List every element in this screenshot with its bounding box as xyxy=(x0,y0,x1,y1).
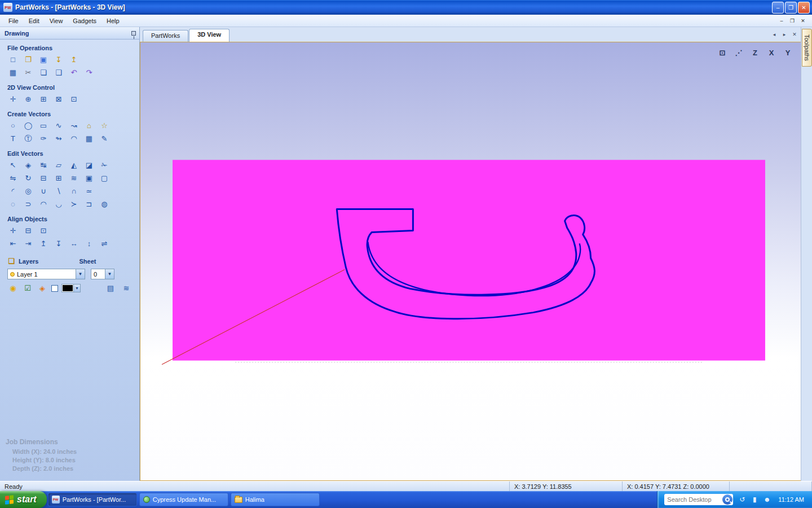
intersect-icon[interactable]: ∩ xyxy=(68,186,80,196)
menu-edit[interactable]: Edit xyxy=(24,16,45,26)
tray-refresh-icon[interactable]: ↺ xyxy=(738,495,747,504)
fit-lines-icon[interactable]: ≻ xyxy=(68,199,80,209)
menu-help[interactable]: Help xyxy=(102,16,125,26)
align-top-icon[interactable]: ↥ xyxy=(38,238,49,249)
flatten-icon[interactable]: ≃ xyxy=(83,186,95,196)
align-center-x-icon[interactable]: ⊟ xyxy=(23,225,34,236)
block-copy-icon[interactable]: ⊞ xyxy=(53,173,64,183)
layer-blank-swatch[interactable] xyxy=(51,285,58,292)
layer-color-dropdown-icon[interactable]: ▼ xyxy=(73,284,80,292)
merge-layers-icon[interactable]: ≋ xyxy=(121,283,132,294)
draw-rectangle-icon[interactable]: ▭ xyxy=(38,120,49,131)
tab-scroll-right-icon[interactable]: ▸ xyxy=(780,30,788,38)
zoom-interactive-icon[interactable]: ⊕ xyxy=(23,94,34,104)
view-along-y-icon[interactable]: Y xyxy=(782,47,794,58)
tray-device-icon[interactable]: ▮ xyxy=(750,495,759,504)
tab-3d-view[interactable]: 3D View xyxy=(189,29,230,42)
block-array-icon[interactable]: ▦ xyxy=(83,133,95,144)
cut-icon[interactable]: ✂ xyxy=(23,67,34,78)
fit-arcs-icon[interactable]: ◠ xyxy=(38,199,49,209)
curve-smooth-icon[interactable]: ⊐ xyxy=(83,199,95,209)
text-select-icon[interactable]: ✑ xyxy=(38,133,49,144)
draw-star-icon[interactable]: ☆ xyxy=(99,120,110,131)
mdi-restore-icon[interactable]: ❐ xyxy=(788,17,797,25)
draw-text-icon[interactable]: T xyxy=(7,133,19,144)
new-file-icon[interactable]: □ xyxy=(7,54,19,65)
drawing-panel-header[interactable]: Drawing xyxy=(0,27,139,40)
taskbar-item-cypress[interactable]: Cypress Update Man... xyxy=(139,493,228,506)
align-objects-icon[interactable]: ⊟ xyxy=(38,173,49,183)
layer-color-dropdown[interactable]: ▼ xyxy=(61,284,81,292)
fillet-icon[interactable]: ◜ xyxy=(7,186,19,196)
redo-icon[interactable]: ↷ xyxy=(83,67,95,78)
align-bottom-icon[interactable]: ↧ xyxy=(53,238,64,249)
scale-icon[interactable]: ◭ xyxy=(68,160,80,170)
menu-view[interactable]: View xyxy=(45,16,68,26)
mdi-close-icon[interactable]: ✕ xyxy=(798,17,807,25)
text-on-curve-icon[interactable]: ↬ xyxy=(53,133,64,144)
layer-lock-icon[interactable]: ◈ xyxy=(37,283,48,294)
node-edit-icon[interactable]: ◈ xyxy=(23,160,34,170)
close-vector-icon[interactable]: ◌ xyxy=(7,199,19,209)
job-setup-icon[interactable]: ▦ xyxy=(7,67,19,78)
mdi-minimize-icon[interactable]: – xyxy=(777,17,786,25)
align-center-v-icon[interactable]: ↕ xyxy=(83,238,95,249)
draw-polyline-icon[interactable]: ∿ xyxy=(53,120,64,131)
vector-validator-icon[interactable]: ◍ xyxy=(99,199,110,209)
align-center-material-icon[interactable]: ✛ xyxy=(7,225,19,236)
draw-circle-icon[interactable]: ○ xyxy=(7,120,19,131)
import-vectors-icon[interactable]: ↧ xyxy=(53,54,64,65)
select-icon[interactable]: ↖ xyxy=(7,160,19,170)
tab-scroll-left-icon[interactable]: ◂ xyxy=(770,30,778,38)
align-stack-icon[interactable]: ⇌ xyxy=(99,238,110,249)
search-input[interactable] xyxy=(667,496,716,503)
win-maximize-icon[interactable]: ❐ xyxy=(785,2,797,14)
fit-beziers-icon[interactable]: ◡ xyxy=(53,199,64,209)
draw-ellipse-icon[interactable]: ◯ xyxy=(23,120,34,131)
align-left-icon[interactable]: ⇤ xyxy=(7,238,19,249)
sheet-properties-icon[interactable]: ▤ xyxy=(105,283,116,294)
transform-icon[interactable]: ▱ xyxy=(53,160,64,170)
taskbar-item-halima[interactable]: Halima xyxy=(231,493,320,506)
toolpaths-tab[interactable]: Toolpaths xyxy=(802,29,812,67)
join-vectors-icon[interactable]: ⊃ xyxy=(23,199,34,209)
view-fit-icon[interactable]: ⊡ xyxy=(716,47,729,58)
menu-gadgets[interactable]: Gadgets xyxy=(68,16,102,26)
paste-icon[interactable]: ❑ xyxy=(53,67,64,78)
open-file-icon[interactable]: ❐ xyxy=(23,54,34,65)
draw-polygon-icon[interactable]: ⌂ xyxy=(83,120,95,131)
layer-select[interactable]: Layer 1 ▼ xyxy=(7,269,85,279)
mirror-icon[interactable]: ⇋ xyxy=(7,173,19,183)
win-minimize-icon[interactable]: – xyxy=(772,2,784,14)
view-3d-canvas[interactable]: ⊡⋰ZXY xyxy=(140,42,801,481)
weld-icon[interactable]: ∪ xyxy=(38,186,49,196)
measure-icon[interactable]: ↹ xyxy=(38,160,49,170)
copy-icon[interactable]: ❏ xyxy=(38,67,49,78)
win-close-icon[interactable]: ✕ xyxy=(798,2,810,14)
material-block[interactable] xyxy=(173,160,765,360)
undo-icon[interactable]: ↶ xyxy=(68,67,80,78)
zoom-extents-icon[interactable]: ⊠ xyxy=(53,94,64,104)
view-along-z-icon[interactable]: Z xyxy=(749,47,761,58)
layer-visible-icon[interactable]: ◉ xyxy=(7,283,19,294)
pan-icon[interactable]: ✛ xyxy=(7,94,19,104)
trim-icon[interactable]: ✁ xyxy=(99,160,110,170)
zoom-box-icon[interactable]: ⊞ xyxy=(38,94,49,104)
layer-select-dropdown-icon[interactable]: ▼ xyxy=(76,269,85,279)
align-center-h-icon[interactable]: ↔ xyxy=(68,238,80,249)
sheet-select-dropdown-icon[interactable]: ▼ xyxy=(105,269,114,279)
zoom-selected-icon[interactable]: ⊡ xyxy=(68,94,80,104)
align-right-icon[interactable]: ⇥ xyxy=(23,238,34,249)
draw-curve-icon[interactable]: ↝ xyxy=(68,120,80,131)
arc-text-icon[interactable]: ◠ xyxy=(68,133,80,144)
distort-icon[interactable]: ◪ xyxy=(83,160,95,170)
tab-partworks[interactable]: PartWorks xyxy=(143,30,188,42)
sheet-select[interactable]: 0 ▼ xyxy=(91,269,114,279)
rotate-icon[interactable]: ↻ xyxy=(23,173,34,183)
layer-selected-icon[interactable]: ☑ xyxy=(22,283,33,294)
draw-text-block-icon[interactable]: Ⓣ xyxy=(23,133,34,144)
offset-copy-icon[interactable]: ≋ xyxy=(68,173,80,183)
taskbar-item-partworks[interactable]: PW PartWorks - [PartWor... xyxy=(48,493,137,506)
view-along-x-icon[interactable]: X xyxy=(765,47,778,58)
save-file-icon[interactable]: ▣ xyxy=(38,54,49,65)
